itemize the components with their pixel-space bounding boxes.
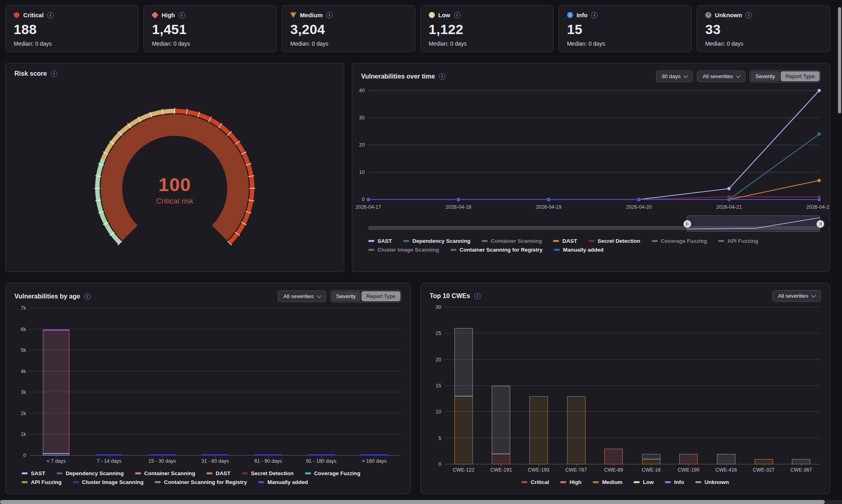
horizontal-scrollbar-thumb[interactable] xyxy=(0,500,825,504)
severity-low-icon xyxy=(429,12,435,18)
legend-item-container-scanning-for-registry[interactable]: Container Scanning for Registry xyxy=(155,479,247,485)
legend-item-cluster-image-scanning[interactable]: Cluster Image Scanning xyxy=(368,247,439,253)
legend-label: Secret Detection xyxy=(598,238,640,244)
info-icon[interactable]: i xyxy=(474,293,481,299)
median-age: Median: 0 days xyxy=(152,40,268,47)
severities-filter-dropdown[interactable]: All severities xyxy=(278,290,326,302)
zoom-handle-left[interactable] xyxy=(683,220,691,228)
legend-item-sast[interactable]: SAST xyxy=(22,470,45,476)
legend-item-info[interactable]: Info xyxy=(665,479,684,485)
bar-segment-unknown xyxy=(792,459,810,464)
legend-item-api-fuzzing[interactable]: API Fuzzing xyxy=(22,479,62,485)
legend-item-container-scanning[interactable]: Container Scanning xyxy=(135,470,196,476)
severity-high-icon xyxy=(151,12,158,18)
date-range-dropdown[interactable]: 30 days xyxy=(656,71,693,82)
info-icon[interactable]: i xyxy=(454,12,460,18)
info-icon[interactable]: i xyxy=(47,12,54,18)
y-axis-label: 3k xyxy=(21,389,26,395)
legend-item-low[interactable]: Low xyxy=(634,479,654,485)
legend-item-manually-added[interactable]: Manually added xyxy=(554,247,604,253)
chart-zoom-slider[interactable] xyxy=(368,216,820,232)
legend-item-unknown[interactable]: Unknown xyxy=(695,479,729,485)
legend-item-coverage-fuzzing[interactable]: Coverage Fuzzing xyxy=(652,238,707,244)
vulnerabilities-over-time-card: Vulnerabilities over time i 30 days All … xyxy=(352,63,830,272)
legend-label: API Fuzzing xyxy=(727,238,758,244)
info-icon[interactable]: i xyxy=(745,12,752,18)
by-age-bar-chart: 01k2k3k4k5k6k7k< 7 days7 - 14 days15 - 3… xyxy=(30,308,401,464)
segment-severity[interactable]: Severity xyxy=(751,71,780,81)
bar-segment-high xyxy=(679,454,698,464)
bar-segment-medium xyxy=(529,396,548,464)
info-icon[interactable]: i xyxy=(84,293,91,300)
risk-score-value: 100 xyxy=(87,173,263,196)
legend-swatch xyxy=(554,249,560,251)
legend-item-coverage-fuzzing[interactable]: Coverage Fuzzing xyxy=(305,470,361,476)
legend-item-api-fuzzing[interactable]: API Fuzzing xyxy=(718,238,758,244)
stacked-bar xyxy=(717,454,735,464)
legend-swatch xyxy=(368,240,374,242)
info-icon[interactable]: i xyxy=(439,73,445,80)
legend-item-cluster-image-scanning[interactable]: Cluster Image Scanning xyxy=(73,479,144,485)
segment-report-type[interactable]: Report Type xyxy=(361,291,400,301)
legend-item-medium[interactable]: Medium xyxy=(593,479,622,485)
vertical-scrollbar[interactable] xyxy=(838,7,841,113)
info-icon[interactable]: i xyxy=(326,12,333,18)
risk-score-card: Risk score i 100 Critical risk xyxy=(5,63,344,272)
legend-label: Low xyxy=(643,479,654,485)
vulnerabilities-by-age-card: Vulnerabilities by age i All severities … xyxy=(5,283,411,494)
legend-label: Manually added xyxy=(563,247,604,253)
over-time-title: Vulnerabilities over time xyxy=(361,73,435,80)
legend-item-dependency-scanning[interactable]: Dependency Scanning xyxy=(403,238,470,244)
legend-item-secret-detection[interactable]: Secret Detection xyxy=(242,470,294,476)
bar-column-91-180-days xyxy=(295,308,347,456)
median-age: Median: 0 days xyxy=(567,40,683,47)
bar-column--7-days xyxy=(30,308,83,456)
legend-swatch xyxy=(206,472,212,474)
stacked-bar xyxy=(792,459,810,464)
legend-item-container-scanning-for-registry[interactable]: Container Scanning for Registry xyxy=(450,247,543,253)
legend-item-dast[interactable]: DAST xyxy=(553,238,577,244)
stacked-bar xyxy=(43,329,69,456)
y-axis-label: 25 xyxy=(436,331,441,336)
legend-label: Critical xyxy=(531,479,549,485)
legend-swatch xyxy=(22,472,28,474)
legend-swatch xyxy=(588,240,594,242)
info-icon[interactable]: i xyxy=(591,12,598,18)
legend-item-manually-added[interactable]: Manually added xyxy=(258,479,308,485)
top-cwes-legend: CriticalHighMediumLowInfoUnknown xyxy=(430,479,820,485)
legend-item-secret-detection[interactable]: Secret Detection xyxy=(588,238,640,244)
zoom-handle-right[interactable] xyxy=(816,220,824,228)
legend-label: Container Scanning for Registry xyxy=(164,479,247,485)
svg-text:40: 40 xyxy=(359,88,365,93)
svg-text:2026-04-17: 2026-04-17 xyxy=(355,204,381,210)
bar-segment-info xyxy=(642,454,660,459)
bar-column-15-30-days xyxy=(136,308,189,456)
legend-item-container-scanning[interactable]: Container Scanning xyxy=(482,238,542,244)
segment-severity[interactable]: Severity xyxy=(331,291,361,301)
legend-label: DAST xyxy=(562,238,577,244)
legend-item-sast[interactable]: SAST xyxy=(368,238,392,244)
info-icon[interactable]: i xyxy=(51,71,57,77)
over-time-legend: SASTDependency ScanningContainer Scannin… xyxy=(368,238,820,253)
legend-swatch xyxy=(450,249,456,251)
legend-item-dependency-scanning[interactable]: Dependency Scanning xyxy=(57,470,124,476)
horizontal-scrollbar-track[interactable] xyxy=(0,500,842,504)
zoom-slider-window[interactable] xyxy=(687,216,820,232)
legend-label: Container Scanning xyxy=(144,470,196,476)
bar-segment-medium xyxy=(642,459,660,464)
bar-column-cwe-89 xyxy=(595,307,632,464)
bar-column-cwe-190 xyxy=(670,307,708,464)
segment-report-type[interactable]: Report Type xyxy=(781,71,820,81)
legend-label: Cluster Image Scanning xyxy=(378,247,439,253)
severity-count: 15 xyxy=(567,22,683,37)
line-chart-svg: 0102030402026-04-172026-04-182026-04-192… xyxy=(352,85,830,212)
severity-count: 1,451 xyxy=(152,22,268,37)
severities-filter-dropdown[interactable]: All severities xyxy=(772,290,821,302)
legend-item-dast[interactable]: DAST xyxy=(206,470,230,476)
legend-item-high[interactable]: High xyxy=(560,479,582,485)
top-cwes-bar-chart: 051015202530CWE-122CWE-191CWE-193CWE-787… xyxy=(445,307,820,473)
severities-filter-dropdown[interactable]: All severities xyxy=(697,71,745,82)
legend-item-critical[interactable]: Critical xyxy=(521,479,549,485)
median-age: Median: 0 days xyxy=(290,40,406,47)
info-icon[interactable]: i xyxy=(179,12,185,18)
